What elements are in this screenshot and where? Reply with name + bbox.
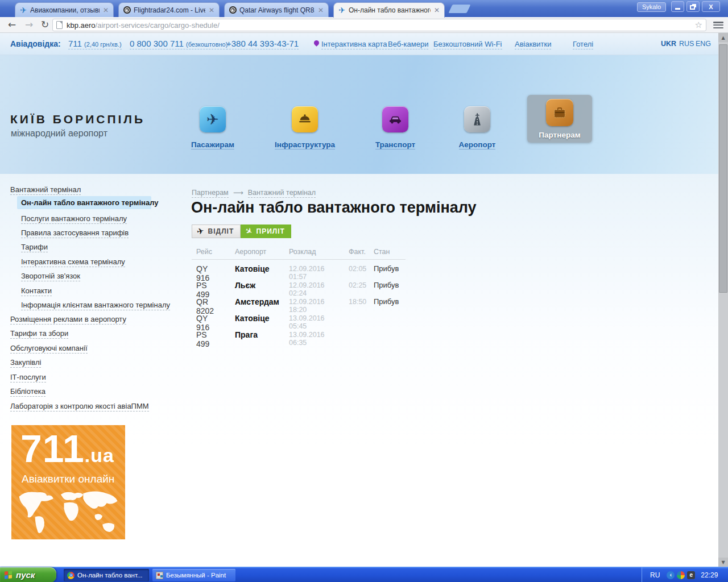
hotels-link[interactable]: Готелі: [573, 40, 593, 49]
sidebar-item-advertising[interactable]: Розміщення реклами в аеропорту: [10, 315, 126, 323]
status-value: Прибув: [374, 281, 399, 289]
airplane-icon: ✈: [200, 106, 226, 132]
sidebar-item-it-services[interactable]: ІТ-послуги: [10, 373, 46, 381]
scheduled-time: 13.09.2016 05:45: [289, 314, 325, 330]
close-button[interactable]: X: [702, 1, 720, 12]
airport-logo-title[interactable]: КИЇВ БОРИСПІЛЬ: [10, 113, 145, 126]
site-infobar: Авіадовідка: 711 (2,40 грн/хв.) 0 800 30…: [0, 33, 718, 55]
airport-name: Амстердам: [235, 297, 279, 306]
page-scrollbar[interactable]: ▲ ▼: [718, 33, 728, 567]
browser-menu-icon[interactable]: [712, 20, 725, 30]
tray-app-icon[interactable]: [677, 571, 685, 579]
browser-tab-2[interactable]: Flightradar24.com - Live fligh ✕: [118, 2, 220, 17]
sidebar-item-client-info[interactable]: Інформація клієнтам вантажного терміналу: [21, 301, 170, 309]
new-tab-button[interactable]: [449, 5, 471, 13]
scrollbar-thumb[interactable]: [719, 44, 727, 293]
interactive-map-link[interactable]: Інтерактивна карта: [321, 40, 387, 49]
sidebar-item-fees[interactable]: Тарифи та збори: [10, 329, 68, 338]
lang-eng[interactable]: ENG: [696, 40, 711, 48]
address-bar[interactable]: kbp.aero/airport-services/cargo/cargo-sh…: [52, 19, 706, 31]
system-tray: RU ‹ e 22:29: [642, 567, 728, 582]
tab-close-icon[interactable]: ✕: [317, 6, 325, 14]
breadcrumb-partners[interactable]: Партнерам: [192, 189, 229, 198]
col-header-airport: Аеропорт: [235, 248, 266, 256]
webcams-link[interactable]: Веб-камери: [388, 40, 428, 49]
col-header-scheduled: Розклад: [289, 248, 316, 256]
forward-icon[interactable]: →: [25, 19, 33, 30]
sidebar-item-cargo-terminal[interactable]: Вантажний термінал: [10, 185, 81, 194]
tickets-link[interactable]: Авіаквитки: [515, 40, 551, 49]
lang-rus[interactable]: RUS: [679, 40, 694, 48]
tab-departure[interactable]: ✈ ВІДЛІТ: [192, 225, 241, 238]
browser-tab-1[interactable]: ✈ Авиакомпании, отзывы • О ✕: [15, 2, 114, 17]
airport-name: Катовіце: [235, 264, 270, 273]
restore-button[interactable]: [686, 1, 700, 12]
actual-time: 02:25: [349, 281, 366, 289]
scheduled-time: 12.09.2016 18:20: [289, 298, 325, 314]
screen: ✈ Авиакомпании, отзывы • О ✕ Flightradar…: [0, 0, 728, 582]
sidebar-item-online-board-active[interactable]: Он-лайн табло вантажного терміналу: [17, 196, 151, 209]
arrival-plane-icon: ✈: [243, 225, 255, 238]
phone-free[interactable]: 0 800 300 711 (безкоштовно): [130, 39, 228, 49]
windows-logo-icon: [5, 571, 13, 579]
start-button[interactable]: пуск: [0, 567, 56, 582]
nav-passengers[interactable]: ✈ Пасажирам: [179, 106, 247, 149]
tab-close-icon[interactable]: ✕: [208, 6, 216, 14]
car-icon: [382, 106, 408, 132]
col-header-status: Стан: [374, 248, 390, 256]
nav-transport[interactable]: Транспорт: [361, 106, 429, 149]
browser-profile-button[interactable]: Sykalo: [637, 2, 666, 12]
url-path: /airport-services/cargo/cargo-shedule/: [96, 21, 220, 30]
taskbar-button-browser[interactable]: Он-лайн табло вант...: [64, 569, 149, 581]
sidebar-item-tariffs[interactable]: Тарифи: [21, 243, 48, 251]
scroll-up-icon[interactable]: ▲: [718, 33, 728, 42]
airplane-favicon: ✈: [19, 6, 28, 15]
sidebar-item-terminal-scheme[interactable]: Інтерактивна схема терміналу: [21, 257, 125, 266]
sidebar-item-services[interactable]: Послуги вантажного терміналу: [21, 214, 127, 223]
content-area: Вантажний термінал Он-лайн табло вантажн…: [0, 174, 718, 567]
sidebar-item-fuel-lab[interactable]: Лабораторія з контролю якості авіаПММ: [10, 402, 149, 410]
browser-titlebar: ✈ Авиакомпании, отзывы • О ✕ Flightradar…: [0, 0, 728, 17]
status-value: Прибув: [374, 297, 399, 306]
nav-airport[interactable]: Аеропорт: [443, 106, 511, 149]
tab-close-icon[interactable]: ✕: [102, 6, 110, 14]
breadcrumb-cargo-terminal[interactable]: Вантажний термінал: [248, 189, 316, 198]
tab-close-icon[interactable]: ✕: [433, 6, 441, 14]
banner-711ua[interactable]: 711.ua Авіаквитки онлайн: [11, 425, 125, 539]
tray-e-icon[interactable]: e: [687, 571, 695, 579]
sidebar-item-library[interactable]: Бібліотека: [10, 387, 46, 396]
nav-infrastructure[interactable]: Інфраструктура: [271, 106, 339, 149]
banner-tagline: Авіаквитки онлайн: [22, 473, 114, 485]
sidebar-item-contacts[interactable]: Контакти: [21, 286, 52, 295]
cloche-icon: [292, 106, 318, 132]
back-icon[interactable]: ←: [8, 19, 16, 30]
tab-title: Flightradar24.com - Live fligh: [134, 6, 205, 14]
tab-arrival-active[interactable]: ✈ ПРИЛІТ: [241, 225, 291, 238]
flight-number: QR 8202: [196, 297, 214, 315]
flight-number: PS 499: [196, 281, 209, 299]
phone-short[interactable]: 711 (2,40 грн/хв.): [68, 39, 122, 49]
scroll-down-icon[interactable]: ▼: [718, 558, 728, 567]
bookmark-star-icon[interactable]: ☆: [695, 20, 702, 30]
wifi-link[interactable]: Безкоштовний Wi-Fi: [433, 40, 502, 49]
nav-partners[interactable]: Партнерам: [527, 95, 592, 143]
minimize-button[interactable]: [671, 1, 684, 12]
sidebar-item-service-companies[interactable]: Обслуговуючі компанії: [10, 344, 88, 352]
tray-media-icon[interactable]: ‹: [667, 571, 675, 579]
reload-icon[interactable]: ↻: [41, 19, 49, 30]
page-title: Он-лайн табло вантажного терміналу: [191, 199, 477, 217]
taskbar: пуск Он-лайн табло вант... Безымянный - …: [0, 567, 728, 582]
page-icon: [56, 21, 63, 29]
browser-tab-active[interactable]: ✈ Он-лайн табло вантажного ✕: [333, 2, 445, 18]
sidebar-item-feedback[interactable]: Зворотній зв'язок: [21, 272, 80, 280]
language-indicator[interactable]: RU: [650, 571, 660, 579]
browser-tab-3[interactable]: Qatar Airways flight QR8202 ✕: [224, 2, 329, 17]
taskbar-button-paint[interactable]: Безымянный - Paint: [152, 569, 235, 581]
tab-title: Авиакомпании, отзывы • О: [30, 6, 100, 14]
flight-number: QY 916: [196, 264, 209, 282]
sidebar-item-tariff-rules[interactable]: Правила застосування тарифів: [21, 228, 129, 237]
scheduled-time: 12.09.2016 01:57: [289, 265, 325, 281]
sidebar-item-procurement[interactable]: Закупівлі: [10, 358, 41, 367]
lang-ukr[interactable]: UKR: [661, 40, 676, 48]
phone-intl[interactable]: +380 44 393-43-71: [226, 39, 299, 49]
